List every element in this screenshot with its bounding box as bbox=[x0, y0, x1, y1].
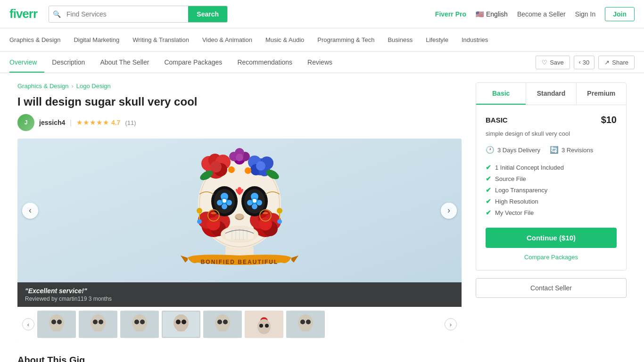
delivery-text: 3 Days Delivery bbox=[497, 147, 540, 154]
search-button[interactable]: Search bbox=[188, 6, 227, 22]
review-count[interactable]: (11) bbox=[125, 119, 136, 126]
language-label: English bbox=[486, 10, 508, 18]
thumb-prev-button[interactable]: ‹ bbox=[22, 318, 34, 330]
svg-point-48 bbox=[252, 204, 257, 209]
svg-point-53 bbox=[223, 199, 224, 201]
svg-point-85 bbox=[182, 320, 186, 324]
pkg-price: $10 bbox=[601, 115, 617, 125]
svg-rect-78 bbox=[94, 329, 102, 331]
tab-premium[interactable]: Premium bbox=[576, 83, 626, 105]
review-by: Reviewed by cmartin119 3 months bbox=[25, 296, 454, 302]
svg-point-80 bbox=[134, 320, 139, 324]
svg-point-81 bbox=[140, 320, 145, 324]
language-selector[interactable]: 🇺🇸 English bbox=[476, 10, 508, 18]
thumb-5[interactable] bbox=[203, 311, 242, 338]
thumb-4[interactable] bbox=[162, 311, 200, 338]
nav-item-video[interactable]: Video & Animation bbox=[202, 29, 252, 50]
nav-item-music[interactable]: Music & Audio bbox=[265, 29, 304, 50]
nav-item-programming[interactable]: Programming & Tech bbox=[317, 29, 374, 50]
become-seller-link[interactable]: Become a Seller bbox=[517, 10, 566, 18]
tab-basic[interactable]: Basic bbox=[476, 83, 526, 105]
svg-rect-90 bbox=[219, 329, 226, 331]
image-prev-button[interactable]: ‹ bbox=[22, 203, 38, 219]
image-next-button[interactable]: › bbox=[441, 203, 457, 219]
tab-compare-packages[interactable]: Compare Packages bbox=[157, 52, 230, 73]
seller-name[interactable]: jessich4 bbox=[39, 119, 65, 126]
svg-point-58 bbox=[197, 208, 202, 214]
star-4: ★ bbox=[96, 118, 102, 127]
compare-packages-link[interactable]: Compare Packages bbox=[486, 254, 617, 261]
pkg-meta: 🕐 3 Days Delivery 🔄 3 Revisions bbox=[486, 146, 617, 154]
thumb-3[interactable] bbox=[120, 311, 159, 338]
save-label: Save bbox=[550, 59, 564, 66]
rating-value: 4.7 bbox=[111, 119, 120, 126]
svg-point-92 bbox=[257, 319, 271, 334]
continue-button[interactable]: Continue ($10) bbox=[486, 228, 617, 248]
nav-item-industries[interactable]: Industries bbox=[462, 29, 488, 50]
avatar[interactable]: J bbox=[17, 114, 34, 131]
nav-item-business[interactable]: Business bbox=[388, 29, 413, 50]
svg-point-73 bbox=[57, 320, 62, 324]
pkg-name: BASIC bbox=[486, 116, 508, 124]
breadcrumb: Graphics & Design › Logo Design bbox=[17, 82, 462, 90]
svg-point-72 bbox=[51, 320, 56, 324]
sign-in-link[interactable]: Sign In bbox=[575, 10, 596, 18]
svg-point-14 bbox=[236, 154, 243, 161]
features-list: ✔ 1 Initial Concept Included ✔ Source Fi… bbox=[486, 162, 617, 218]
contact-seller-button[interactable]: Contact Seller bbox=[476, 278, 627, 298]
tab-about-seller[interactable]: About The Seller bbox=[92, 52, 157, 73]
thumb-2[interactable] bbox=[79, 311, 117, 338]
gig-title: I will design sugar skull very cool bbox=[17, 95, 462, 108]
breadcrumb-child[interactable]: Logo Design bbox=[76, 82, 111, 90]
nav-item-writing[interactable]: Writing & Translation bbox=[132, 29, 189, 50]
svg-point-55 bbox=[235, 214, 244, 220]
right-column: Basic Standard Premium BASIC $10 simple … bbox=[476, 82, 627, 362]
star-2: ★ bbox=[83, 118, 89, 127]
join-button[interactable]: Join bbox=[605, 7, 635, 21]
tab-overview[interactable]: Overview bbox=[9, 52, 44, 73]
revisions-text: 3 Revisions bbox=[561, 147, 593, 154]
flag-icon: 🇺🇸 bbox=[476, 10, 484, 18]
search-input[interactable] bbox=[65, 7, 188, 22]
thumbnails-row: ‹ bbox=[17, 307, 462, 342]
check-icon-2: ✔ bbox=[486, 175, 491, 182]
about-section: About This Gig bbox=[17, 355, 462, 362]
check-icon-5: ✔ bbox=[486, 209, 491, 216]
nav-item-graphics[interactable]: Graphics & Design bbox=[9, 29, 60, 50]
fiverr-pro-link[interactable]: Fiverr Pro bbox=[435, 10, 466, 18]
thumb-6[interactable] bbox=[245, 311, 283, 338]
star-half: ★ bbox=[103, 118, 109, 127]
svg-point-76 bbox=[93, 320, 98, 324]
nav-item-lifestyle[interactable]: Lifestyle bbox=[426, 29, 448, 50]
nav-item-digital[interactable]: Digital Marketing bbox=[74, 29, 119, 50]
feature-5: ✔ My Vector File bbox=[486, 207, 617, 218]
package-content: BASIC $10 simple design of skull very co… bbox=[476, 105, 626, 270]
share-button[interactable]: ↗ Share bbox=[598, 56, 635, 69]
breadcrumb-parent[interactable]: Graphics & Design bbox=[17, 82, 68, 90]
thumb-next-button[interactable]: › bbox=[445, 318, 457, 330]
share-label: Share bbox=[612, 59, 628, 66]
breadcrumb-separator: › bbox=[71, 82, 73, 90]
search-icon: 🔍 bbox=[49, 10, 65, 18]
save-button[interactable]: ♡ Save bbox=[536, 56, 570, 69]
pkg-description: simple design of skull very cool bbox=[486, 130, 617, 137]
thumb-1[interactable] bbox=[37, 311, 76, 338]
package-panel: Basic Standard Premium BASIC $10 simple … bbox=[476, 82, 627, 271]
count-button[interactable]: ‹ 30 bbox=[574, 56, 594, 69]
seller-info: J jessich4 | ★ ★ ★ ★ ★ 4.7 (11) bbox=[17, 114, 462, 131]
tab-standard[interactable]: Standard bbox=[526, 83, 576, 105]
heart-icon: ♡ bbox=[542, 59, 547, 66]
feature-2: ✔ Source File bbox=[486, 173, 617, 184]
about-title: About This Gig bbox=[17, 355, 462, 362]
tab-recommendations[interactable]: Recommendations bbox=[230, 52, 300, 73]
tab-description[interactable]: Description bbox=[44, 52, 92, 73]
thumb-7[interactable] bbox=[286, 311, 325, 338]
svg-point-21 bbox=[245, 167, 251, 174]
feature-3: ✔ Logo Transparency bbox=[486, 184, 617, 196]
logo[interactable]: fiverr bbox=[9, 7, 37, 21]
svg-point-84 bbox=[176, 320, 181, 324]
svg-point-77 bbox=[99, 320, 103, 324]
feature-1: ✔ 1 Initial Concept Included bbox=[486, 162, 617, 173]
tab-reviews[interactable]: Reviews bbox=[300, 52, 340, 73]
revisions-info: 🔄 3 Revisions bbox=[550, 146, 593, 154]
